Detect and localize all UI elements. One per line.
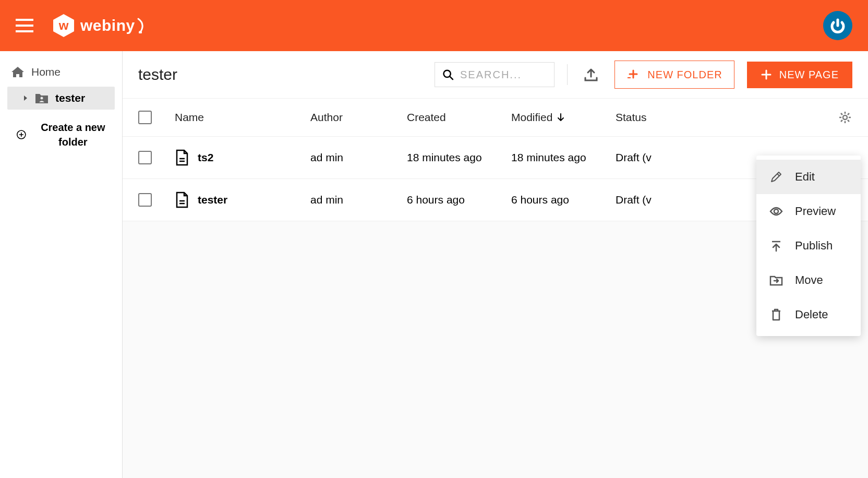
column-status[interactable]: Status <box>616 111 699 124</box>
svg-point-7 <box>41 97 43 100</box>
search-icon <box>442 68 454 81</box>
table-header-row: Name Author Created Modified Status <box>123 99 868 137</box>
menu-move-label: Move <box>795 273 823 287</box>
gravatar-icon <box>828 16 848 35</box>
search-input[interactable] <box>460 69 547 81</box>
new-page-label: NEW PAGE <box>779 69 839 81</box>
svg-point-11 <box>774 209 778 213</box>
svg-rect-1 <box>16 25 33 27</box>
menu-item-move[interactable]: Move <box>756 263 861 297</box>
upload-button[interactable] <box>580 64 602 85</box>
row-name: ts2 <box>198 151 213 164</box>
toolbar-divider <box>567 64 568 85</box>
select-all-checkbox[interactable] <box>138 111 152 124</box>
column-name[interactable]: Name <box>175 111 310 124</box>
row-author: ad min <box>310 151 407 164</box>
svg-rect-2 <box>16 30 33 32</box>
row-checkbox[interactable] <box>138 151 152 164</box>
brand-logo[interactable]: w webiny <box>52 13 147 38</box>
sidebar-folder-label: tester <box>55 92 85 104</box>
eye-icon <box>769 206 783 217</box>
folder-shared-icon <box>34 92 49 104</box>
page-icon <box>175 192 189 208</box>
folder-plus-icon <box>626 68 640 81</box>
brand-name: webiny <box>80 17 135 34</box>
sidebar-create-label: Create a new folder <box>34 120 112 149</box>
gear-icon[interactable] <box>838 110 852 125</box>
menu-delete-label: Delete <box>795 308 828 321</box>
home-icon <box>10 66 25 78</box>
topbar-left: w webiny <box>16 13 147 38</box>
row-checkbox[interactable] <box>138 193 152 207</box>
search-box[interactable] <box>435 62 554 87</box>
sidebar-home-label: Home <box>31 66 61 78</box>
menu-item-preview[interactable]: Preview <box>756 194 861 229</box>
arrow-down-icon <box>557 113 565 122</box>
new-folder-button[interactable]: NEW FOLDER <box>614 61 734 89</box>
toolbar: tester NEW FOLDER <box>123 51 868 99</box>
column-author[interactable]: Author <box>310 111 407 124</box>
column-modified-label: Modified <box>511 111 552 124</box>
brand-swoosh-icon <box>137 18 147 33</box>
sidebar-create-folder[interactable]: Create a new folder <box>0 113 122 157</box>
sidebar-item-home[interactable]: Home <box>0 61 122 83</box>
main-content: tester NEW FOLDER <box>123 51 868 478</box>
row-author: ad min <box>310 194 407 206</box>
menu-publish-label: Publish <box>795 239 833 253</box>
menu-edit-label: Edit <box>795 170 815 184</box>
svg-point-10 <box>843 115 847 120</box>
chevron-right-icon <box>23 95 28 101</box>
row-created: 6 hours ago <box>407 194 511 206</box>
publish-icon <box>769 240 783 252</box>
row-name: tester <box>198 194 227 206</box>
new-page-button[interactable]: NEW PAGE <box>747 62 852 88</box>
menu-item-publish[interactable]: Publish <box>756 229 861 263</box>
row-status: Draft (v <box>616 194 699 206</box>
row-modified: 6 hours ago <box>511 194 616 206</box>
top-bar: w webiny <box>0 0 868 51</box>
webiny-hex-icon: w <box>52 13 75 38</box>
column-created[interactable]: Created <box>407 111 511 124</box>
upload-icon <box>583 67 599 82</box>
hamburger-icon <box>16 19 33 32</box>
page-icon <box>175 149 189 166</box>
hamburger-menu-button[interactable] <box>16 19 33 32</box>
svg-rect-0 <box>16 19 33 21</box>
column-modified[interactable]: Modified <box>511 111 616 124</box>
page-title: tester <box>138 66 177 83</box>
pencil-icon <box>769 171 783 183</box>
plus-icon <box>761 69 772 80</box>
menu-item-edit[interactable]: Edit <box>756 160 861 194</box>
sidebar-item-tester[interactable]: tester <box>7 87 115 110</box>
row-modified: 18 minutes ago <box>511 151 616 164</box>
row-created: 18 minutes ago <box>407 151 511 164</box>
user-avatar-button[interactable] <box>823 11 852 40</box>
menu-item-delete[interactable]: Delete <box>756 297 861 332</box>
new-folder-label: NEW FOLDER <box>647 69 722 81</box>
menu-preview-label: Preview <box>795 205 836 218</box>
plus-circle-icon <box>17 129 26 140</box>
row-status: Draft (v <box>616 151 699 164</box>
svg-text:w: w <box>58 18 69 32</box>
row-context-menu: Edit Preview Publish Move <box>756 156 861 336</box>
sidebar: Home tester Create a new folder <box>0 51 123 478</box>
trash-icon <box>769 308 783 321</box>
move-folder-icon <box>769 274 783 286</box>
